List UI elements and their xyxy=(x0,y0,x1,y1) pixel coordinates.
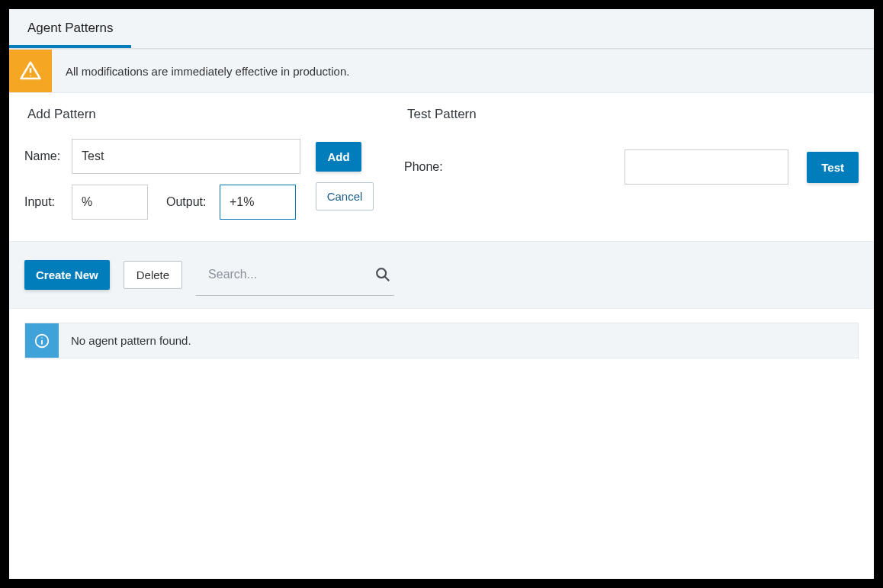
add-button[interactable]: Add xyxy=(316,142,361,172)
warning-banner: All modifications are immediately effect… xyxy=(9,50,874,93)
svg-point-2 xyxy=(377,268,386,278)
warning-icon xyxy=(9,50,52,92)
svg-line-3 xyxy=(385,277,390,281)
info-text: No agent pattern found. xyxy=(59,323,204,358)
search-field-wrap[interactable] xyxy=(196,254,394,296)
test-button[interactable]: Test xyxy=(807,152,859,183)
info-icon xyxy=(25,323,59,358)
tab-bar: Agent Patterns xyxy=(9,9,874,49)
input-field[interactable] xyxy=(72,185,148,220)
input-label: Input: xyxy=(24,195,72,209)
phone-input[interactable] xyxy=(625,149,788,185)
create-new-button[interactable]: Create New xyxy=(24,260,110,290)
test-button-label: Test xyxy=(821,161,844,174)
test-pattern-section: Test Pattern Phone: Test xyxy=(404,107,859,220)
add-button-label: Add xyxy=(327,150,349,163)
warning-text: All modifications are immediately effect… xyxy=(52,50,363,92)
add-pattern-title: Add Pattern xyxy=(27,107,300,122)
tab-label: Agent Patterns xyxy=(27,21,113,35)
form-area: Add Pattern Name: Input: Output: Add xyxy=(9,93,874,241)
delete-button[interactable]: Delete xyxy=(124,261,182,289)
output-field[interactable] xyxy=(220,185,296,220)
list-area: No agent pattern found. xyxy=(9,309,874,372)
svg-point-6 xyxy=(41,337,42,338)
tab-agent-patterns[interactable]: Agent Patterns xyxy=(9,10,131,48)
info-banner: No agent pattern found. xyxy=(24,323,859,358)
create-new-label: Create New xyxy=(36,268,98,281)
output-label: Output: xyxy=(166,195,220,209)
delete-label: Delete xyxy=(136,268,169,281)
test-pattern-title: Test Pattern xyxy=(407,107,859,122)
add-pattern-section: Add Pattern Name: Input: Output: Add xyxy=(24,107,374,220)
svg-point-1 xyxy=(30,76,31,77)
cancel-button-label: Cancel xyxy=(327,190,363,203)
list-toolbar: Create New Delete xyxy=(9,241,874,309)
cancel-button[interactable]: Cancel xyxy=(316,182,374,210)
name-label: Name: xyxy=(24,149,72,163)
phone-label: Phone: xyxy=(404,160,443,174)
search-icon xyxy=(374,266,391,283)
name-input[interactable] xyxy=(72,139,300,174)
search-input[interactable] xyxy=(199,257,352,292)
